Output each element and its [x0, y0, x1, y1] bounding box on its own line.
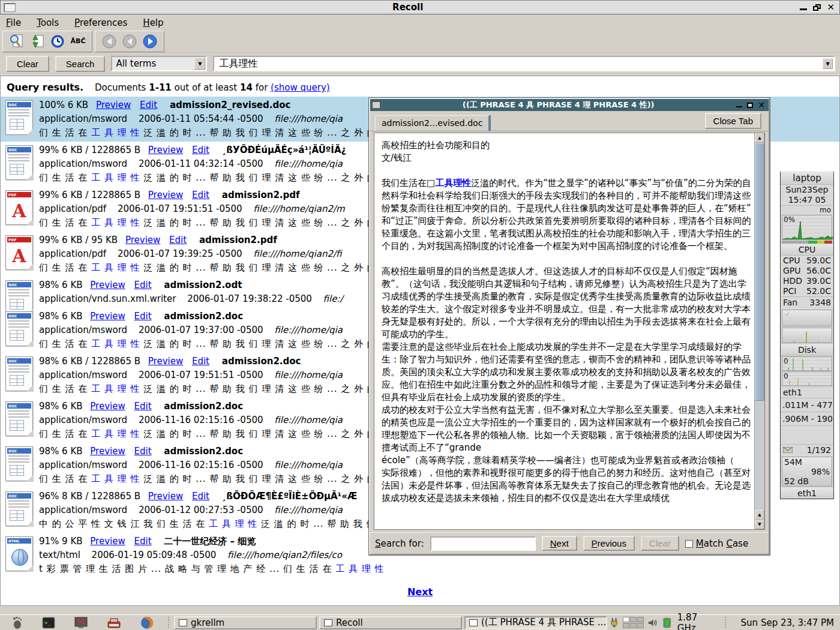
result-filename: ¸ßÕÐÖÆ¶È£ºÏiÈ±ÖÐµÄ¹«Æ: [222, 491, 357, 502]
preview-restore-icon[interactable]: [747, 103, 753, 108]
edit-link[interactable]: Edit: [192, 491, 209, 502]
sensor-row: GPU56.0C: [781, 266, 833, 276]
results-range: 1-11: [149, 82, 172, 93]
tray-separator[interactable]: [725, 617, 727, 629]
gkrellm-monitor[interactable]: laptop Sun23Sep 15:47 05 mo 0% CPU CPU59…: [780, 171, 834, 499]
edit-link[interactable]: Edit: [134, 536, 152, 547]
find-previous-button[interactable]: Previous: [583, 536, 635, 551]
terminal-icon[interactable]: >_: [42, 617, 55, 629]
result-mimetype: application/msword: [39, 415, 127, 425]
edit-link[interactable]: Edit: [140, 100, 157, 110]
term-explorer-icon[interactable]: ÅBĈ: [69, 32, 87, 50]
first-page-icon[interactable]: [100, 32, 118, 50]
taskbar-clock[interactable]: Sun Sep 23, 3:47 PM: [741, 617, 834, 628]
match-case-checkbox-row[interactable]: Match Case: [685, 538, 748, 549]
clear-button[interactable]: Clear: [6, 56, 49, 72]
gnome-menu-icon[interactable]: [11, 616, 23, 629]
preview-link[interactable]: Preview: [125, 235, 160, 245]
volume-icon[interactable]: [648, 618, 658, 628]
preview-minimize-icon[interactable]: [736, 103, 742, 107]
next-results-link[interactable]: Next: [407, 586, 433, 598]
cpu-freq-icon[interactable]: [662, 617, 671, 628]
scroll-down-icon[interactable]: ▼: [755, 520, 764, 529]
edit-link[interactable]: Edit: [134, 446, 152, 457]
preview-link[interactable]: Preview: [148, 491, 183, 502]
match-case-checkbox[interactable]: [685, 540, 693, 548]
find-clear-button[interactable]: Clear: [641, 536, 679, 551]
query-input[interactable]: 工具理性 ▼: [213, 56, 835, 71]
preview-document-icon[interactable]: [8, 32, 26, 50]
edit-link[interactable]: Edit: [134, 311, 152, 322]
eth-row: eth1: [781, 386, 833, 398]
preview-link[interactable]: Preview: [148, 356, 183, 367]
preview-scrollbar[interactable]: ▲ ▲ ▼: [754, 133, 764, 529]
search-button[interactable]: Search: [55, 56, 106, 72]
show-query-link[interactable]: (show query): [271, 82, 330, 93]
task-window-icon: [324, 619, 332, 626]
preview-link[interactable]: Preview: [90, 446, 125, 457]
sort-document-icon[interactable]: [28, 32, 46, 50]
result-filename: admission2_revised.doc: [170, 100, 291, 110]
preview-text[interactable]: 高校招生的社会功能和目的 文/钱江我们生活在□工具理性泛滥的时代。作为“世之显学…: [374, 133, 754, 529]
edit-link[interactable]: Edit: [192, 145, 209, 155]
menu-tools[interactable]: Tools: [37, 17, 59, 28]
close-icon[interactable]: ✕: [827, 4, 835, 11]
result-date: 2006-01-07 19:39:25 -0500: [118, 248, 242, 259]
results-doc-word: Documents: [95, 82, 146, 93]
match-case-label: Match Case: [696, 538, 748, 549]
history-chevron-down-icon[interactable]: ▼: [823, 58, 833, 69]
close-tab-button[interactable]: Close Tab: [705, 113, 761, 129]
workspace-pager[interactable]: [623, 617, 644, 628]
search-mode-select[interactable]: All terms ▼: [111, 56, 207, 71]
preview-link[interactable]: Preview: [148, 145, 183, 155]
main-window-titlebar: Recoll ✕: [0, 0, 840, 14]
edit-link[interactable]: Edit: [192, 190, 209, 200]
find-next-button[interactable]: Next: [542, 536, 577, 551]
sensor-readings: CPU59.0CGPU56.0CHDD39.0CPCI52.0C: [781, 256, 833, 296]
result-mimetype: application/msword: [39, 460, 127, 470]
scrollbar-thumb[interactable]: [755, 143, 764, 401]
restore-icon[interactable]: [813, 4, 821, 11]
preview-window-menu-icon[interactable]: [372, 101, 380, 109]
edit-link[interactable]: Edit: [192, 356, 209, 367]
fan-chart[interactable]: [782, 310, 832, 326]
edit-link[interactable]: Edit: [134, 401, 152, 412]
preview-link[interactable]: Preview: [90, 311, 125, 322]
firefox-icon[interactable]: [140, 616, 154, 629]
taskbar-task-button[interactable]: Recoll: [319, 616, 462, 629]
relevance-size: 99% 6 KB / 95 KB: [39, 235, 118, 245]
window-menu-icon[interactable]: [4, 3, 16, 12]
taskbar-separator[interactable]: [168, 617, 170, 629]
result-url: file:///home/qia: [274, 158, 343, 169]
result-date: 2006-01-07 19:51:51 -0500: [118, 203, 242, 214]
menu-preferences[interactable]: Preferences: [74, 17, 127, 28]
result-date: 2006-01-07 19:51:51 -0500: [139, 370, 263, 380]
preview-link[interactable]: Preview: [90, 401, 125, 412]
minimize-icon[interactable]: [800, 5, 807, 10]
preview-link[interactable]: Preview: [96, 100, 131, 110]
scroll-up-icon[interactable]: ▲: [755, 133, 764, 143]
power-plug-icon[interactable]: [610, 617, 619, 628]
chevron-down-icon[interactable]: ▼: [194, 58, 205, 70]
edit-link[interactable]: Edit: [169, 235, 187, 245]
preview-window-title: ((工 PHRASE 4 具 PHRASE 4 理 PHRASE 4 性)): [380, 100, 736, 110]
preview-link[interactable]: Preview: [90, 280, 125, 290]
preview-close-icon[interactable]: ✕: [758, 102, 765, 109]
edit-link[interactable]: Edit: [134, 280, 152, 290]
preview-link[interactable]: Preview: [90, 536, 125, 547]
preview-link[interactable]: Preview: [148, 190, 183, 200]
menu-help[interactable]: Help: [143, 17, 163, 28]
taskbar-task-button[interactable]: gkrellm: [174, 616, 317, 629]
next-page-icon[interactable]: [141, 32, 159, 50]
preview-searchbar: Search for: Next Previous Clear Match Ca…: [370, 532, 769, 554]
file-type-icon: DOC: [5, 491, 33, 526]
preview-tab[interactable]: admission2...evised.doc: [375, 115, 490, 131]
sort-by-date-icon[interactable]: [49, 32, 67, 50]
lock-screen-icon[interactable]: [74, 617, 88, 629]
preview-search-input[interactable]: [430, 536, 536, 551]
scroll-up2-icon[interactable]: ▲: [755, 510, 764, 520]
previous-page-icon[interactable]: [121, 32, 139, 50]
typewriter-icon[interactable]: [107, 617, 121, 629]
menu-file[interactable]: File: [6, 17, 21, 28]
taskbar-task-button[interactable]: ((工 PHRASE 4 具 PHRASE ...: [464, 616, 607, 629]
